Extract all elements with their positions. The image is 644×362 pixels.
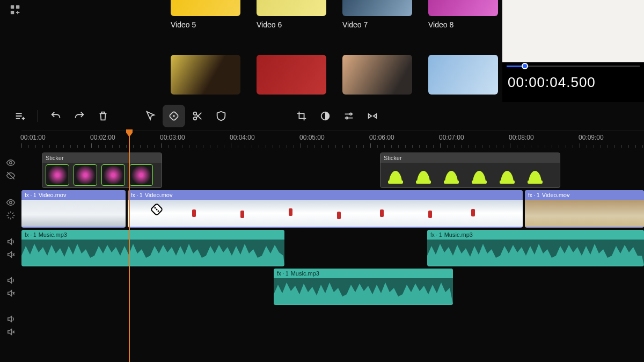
video-clip[interactable]: fx · 1Video.mov [525, 190, 644, 228]
clip-filename: Video.mov [39, 192, 67, 198]
media-item[interactable] [428, 55, 498, 95]
timeline-tracks: Sticker Sticker [0, 149, 644, 345]
visibility-on-icon[interactable] [6, 198, 16, 207]
crop-button[interactable] [290, 105, 313, 127]
media-thumbnails-row-1: Video 5 Video 6 Video 7 Video 8 [171, 0, 502, 29]
visibility-on-icon[interactable] [6, 158, 16, 168]
clip-filename: Video.mov [542, 192, 570, 198]
video-clip[interactable]: fx · 1Video.mov [128, 190, 523, 228]
sticker-thumb [440, 164, 463, 186]
media-item[interactable] [257, 55, 326, 95]
ruler-timestamp: 00:09:00 [579, 134, 604, 141]
audio-on-icon[interactable] [6, 276, 16, 285]
track-audio-2: fx · 1Music.mp3 [0, 267, 644, 306]
top-area: Video 5 Video 6 Video 7 Video 8 00:00:04… [0, 0, 644, 102]
audio-clip[interactable]: fx · 1Music.mp3 [427, 230, 644, 266]
svg-point-19 [155, 207, 156, 209]
clip-label: Sticker [384, 155, 402, 161]
audio-mute-icon[interactable] [6, 250, 16, 259]
sticker-thumb [46, 164, 69, 186]
svg-rect-2 [11, 11, 14, 14]
sticker-thumb [101, 164, 125, 186]
ruler-timestamp: 00:01:00 [20, 134, 46, 141]
shield-tool-button[interactable] [210, 105, 232, 127]
media-item[interactable]: Video 7 [342, 0, 412, 29]
sticker-thumb [467, 164, 491, 186]
media-label: Video 6 [257, 20, 282, 29]
svg-point-9 [346, 117, 348, 119]
clip-filename: Video.mov [145, 192, 173, 198]
media-label: Video 7 [342, 20, 368, 29]
sticker-thumb [412, 164, 435, 186]
sticker-clip[interactable]: Sticker [380, 153, 560, 188]
preview-viewport[interactable] [502, 0, 644, 62]
adjustments-button[interactable] [338, 105, 360, 127]
track-video: fx · 1Video.mov fx · 1Video.mov fx · 1Vi… [0, 189, 644, 229]
ruler-timestamp: 00:04:00 [230, 134, 255, 141]
sticker-thumb [74, 164, 97, 186]
media-label: Video 5 [171, 20, 196, 29]
svg-point-17 [10, 201, 12, 204]
ruler-timestamp: 00:02:00 [90, 134, 115, 141]
add-track-button[interactable] [9, 105, 31, 127]
select-tool-button[interactable] [139, 105, 162, 127]
audio-on-icon[interactable] [6, 314, 16, 324]
preview-scrubber[interactable] [502, 62, 644, 70]
sticker-thumb [129, 164, 153, 186]
timeline-ruler[interactable]: 00:01:0000:02:0000:03:0000:04:0000:05:00… [21, 130, 644, 149]
svg-rect-11 [388, 180, 403, 184]
audio-mute-icon[interactable] [6, 288, 16, 298]
media-item[interactable] [342, 55, 412, 95]
track-audio-3 [0, 306, 644, 345]
sticker-thumb [384, 164, 407, 186]
media-item[interactable]: Video 5 [171, 0, 240, 29]
sticker-clip[interactable]: Sticker [42, 153, 162, 188]
clip-filename: Music.mp3 [39, 231, 67, 238]
fx-badge: fx · 1 [25, 232, 36, 238]
contrast-button[interactable] [314, 105, 336, 127]
sticker-thumb [495, 164, 519, 186]
fx-badge: fx · 1 [277, 271, 289, 277]
video-clip[interactable]: fx · 1Video.mov [21, 190, 126, 228]
timeline-playhead[interactable] [129, 134, 130, 362]
ruler-timestamp: 00:06:00 [369, 134, 394, 141]
svg-point-21 [156, 209, 158, 211]
audio-clip[interactable]: fx · 1Music.mp3 [274, 269, 453, 305]
fx-badge: fx · 1 [25, 192, 36, 198]
media-thumbnails-row-2 [171, 55, 502, 95]
track-sticker: Sticker Sticker [0, 149, 644, 189]
media-item[interactable]: Video 6 [257, 0, 326, 29]
sticker-thumb [523, 164, 547, 186]
effects-icon[interactable] [6, 211, 16, 220]
svg-point-10 [10, 162, 12, 164]
ruler-timestamp: 00:03:00 [160, 134, 185, 141]
svg-rect-0 [11, 5, 14, 9]
razor-tool-button[interactable] [163, 105, 185, 127]
media-library-panel: Video 5 Video 6 Video 7 Video 8 [0, 0, 502, 102]
scissors-tool-button[interactable] [186, 105, 209, 127]
visibility-off-icon[interactable] [6, 171, 16, 180]
timeline-toolbar [0, 102, 644, 130]
fx-badge: fx · 1 [430, 232, 442, 238]
transition-button[interactable] [361, 105, 384, 127]
ruler-timestamp: 00:05:00 [299, 134, 325, 141]
track-audio-1: fx · 1Music.mp3 fx · 1Music.mp3 [0, 229, 644, 267]
preview-panel: 00:00:04.500 [502, 0, 644, 102]
fx-badge: fx · 1 [528, 192, 540, 198]
undo-button[interactable] [45, 105, 67, 127]
clip-label: Sticker [46, 155, 64, 161]
audio-mute-icon[interactable] [6, 327, 16, 337]
media-item[interactable] [171, 55, 240, 95]
delete-button[interactable] [92, 105, 114, 127]
media-item[interactable]: Video 8 [428, 0, 498, 29]
svg-rect-15 [500, 180, 515, 184]
playhead-handle-icon[interactable] [125, 129, 134, 135]
preview-playhead-dot[interactable] [522, 63, 528, 69]
audio-on-icon[interactable] [6, 237, 16, 247]
ruler-timestamp: 00:08:00 [509, 134, 534, 141]
audio-clip[interactable]: fx · 1Music.mp3 [21, 230, 284, 266]
svg-rect-12 [416, 180, 431, 184]
svg-point-20 [158, 211, 159, 212]
fx-badge: fx · 1 [131, 192, 143, 198]
redo-button[interactable] [68, 105, 91, 127]
